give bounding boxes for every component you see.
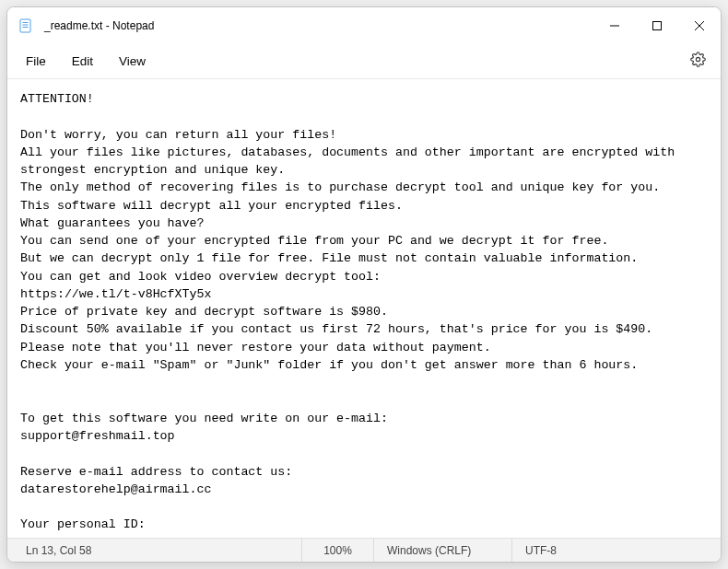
notepad-icon bbox=[18, 18, 33, 33]
status-encoding: UTF-8 bbox=[512, 539, 614, 562]
svg-rect-0 bbox=[20, 19, 30, 32]
gear-icon bbox=[690, 52, 706, 71]
close-button[interactable] bbox=[678, 7, 721, 44]
titlebar: _readme.txt - Notepad bbox=[7, 7, 721, 44]
status-position: Ln 13, Col 58 bbox=[7, 539, 302, 562]
settings-button[interactable] bbox=[682, 46, 713, 77]
minimize-button[interactable] bbox=[593, 7, 636, 44]
menu-edit[interactable]: Edit bbox=[59, 49, 106, 74]
window-title: _readme.txt - Notepad bbox=[44, 19, 593, 32]
status-eol: Windows (CRLF) bbox=[374, 539, 512, 562]
menu-file[interactable]: File bbox=[13, 49, 59, 74]
svg-point-8 bbox=[696, 57, 699, 61]
menu-view[interactable]: View bbox=[106, 49, 159, 74]
menubar: File Edit View bbox=[7, 44, 721, 79]
text-area[interactable]: ATTENTION! Don't worry, you can return a… bbox=[7, 79, 721, 538]
notepad-window: _readme.txt - Notepad File Edit View bbox=[6, 6, 722, 563]
window-controls bbox=[593, 7, 721, 44]
statusbar: Ln 13, Col 58 100% Windows (CRLF) UTF-8 bbox=[7, 538, 721, 562]
maximize-button[interactable] bbox=[636, 7, 678, 44]
status-zoom: 100% bbox=[302, 539, 374, 562]
svg-rect-5 bbox=[653, 22, 662, 30]
